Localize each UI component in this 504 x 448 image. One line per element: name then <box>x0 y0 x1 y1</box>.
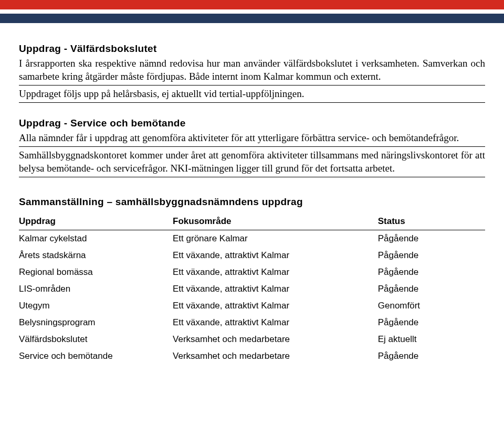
table-row: Belysningsprogram Ett växande, attraktiv… <box>19 314 485 331</box>
cell-status: Pågående <box>378 348 485 365</box>
cell-status: Pågående <box>378 264 485 281</box>
cell-status: Pågående <box>378 247 485 264</box>
cell-uppdrag: Kalmar cykelstad <box>19 230 173 248</box>
th-uppdrag: Uppdrag <box>19 213 173 230</box>
cell-uppdrag: Regional bomässa <box>19 264 173 281</box>
table-row: Kalmar cykelstad Ett grönare Kalmar Pågå… <box>19 230 485 248</box>
cell-fokus: Verksamhet och medarbetare <box>173 348 378 365</box>
section-summary-table: Sammanställning – samhällsbyggnadsnämnde… <box>19 196 485 365</box>
cell-fokus: Ett växande, attraktivt Kalmar <box>173 247 378 264</box>
cell-uppdrag: Belysningsprogram <box>19 314 173 331</box>
cell-status: Pågående <box>378 230 485 248</box>
divider <box>19 85 485 86</box>
cell-fokus: Ett växande, attraktivt Kalmar <box>173 264 378 281</box>
cell-fokus: Ett växande, attraktivt Kalmar <box>173 281 378 297</box>
document-body: Uppdrag - Välfärdsbokslutet I årsrapport… <box>0 27 504 394</box>
section-note: Samhällsbyggnadskontoret kommer under år… <box>19 148 485 175</box>
cell-fokus: Verksamhet och medarbetare <box>173 331 378 348</box>
cell-uppdrag: Årets stadskärna <box>19 247 173 264</box>
header-bar-red <box>0 0 504 9</box>
table-row: Service och bemötande Verksamhet och med… <box>19 348 485 365</box>
section-paragraph: I årsrapporten ska respektive nämnd redo… <box>19 57 485 83</box>
cell-fokus: Ett grönare Kalmar <box>173 230 378 248</box>
cell-status: Genomfört <box>378 297 485 314</box>
cell-uppdrag: Service och bemötande <box>19 348 173 365</box>
cell-fokus: Ett växande, attraktivt Kalmar <box>173 314 378 331</box>
cell-status: Pågående <box>378 314 485 331</box>
divider <box>19 146 485 147</box>
divider <box>19 102 485 103</box>
table-row: Regional bomässa Ett växande, attraktivt… <box>19 264 485 281</box>
section-service-bemotande: Uppdrag - Service och bemötande Alla näm… <box>19 118 485 177</box>
section-valfardsbokslutet: Uppdrag - Välfärdsbokslutet I årsrapport… <box>19 43 485 103</box>
header-bar-navy <box>0 14 504 23</box>
th-status: Status <box>378 213 485 230</box>
section-paragraph: Alla nämnder får i uppdrag att genomföra… <box>19 131 485 144</box>
section-title: Uppdrag - Service och bemötande <box>19 118 485 129</box>
table-row: Utegym Ett växande, attraktivt Kalmar Ge… <box>19 297 485 314</box>
section-note: Uppdraget följs upp på helårsbasis, ej a… <box>19 87 485 100</box>
table-header-row: Uppdrag Fokusområde Status <box>19 213 485 230</box>
cell-uppdrag: Utegym <box>19 297 173 314</box>
cell-uppdrag: Välfärdsbokslutet <box>19 331 173 348</box>
th-fokus: Fokusområde <box>173 213 378 230</box>
table-row: Årets stadskärna Ett växande, attraktivt… <box>19 247 485 264</box>
summary-table: Uppdrag Fokusområde Status Kalmar cykels… <box>19 213 485 365</box>
cell-uppdrag: LIS-områden <box>19 281 173 297</box>
header-bars <box>0 0 504 23</box>
section-title: Uppdrag - Välfärdsbokslutet <box>19 43 485 55</box>
table-row: LIS-områden Ett växande, attraktivt Kalm… <box>19 281 485 297</box>
table-row: Välfärdsbokslutet Verksamhet och medarbe… <box>19 331 485 348</box>
divider <box>19 177 485 177</box>
summary-title: Sammanställning – samhällsbyggnadsnämnde… <box>19 196 485 208</box>
cell-fokus: Ett växande, attraktivt Kalmar <box>173 297 378 314</box>
cell-status: Ej aktuellt <box>378 331 485 348</box>
cell-status: Pågående <box>378 281 485 297</box>
